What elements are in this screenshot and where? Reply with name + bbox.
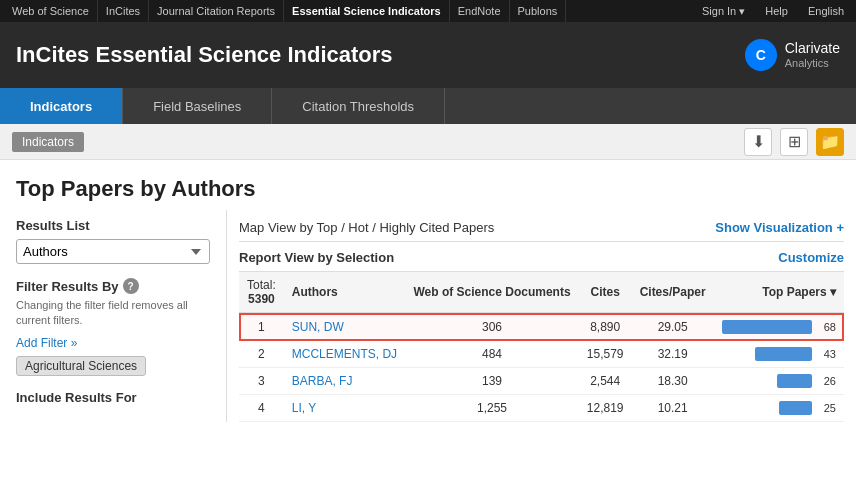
cell-cites-paper: 10.21 (632, 395, 714, 422)
cell-cites: 12,819 (579, 395, 632, 422)
table-row: 3BARBA, FJ1392,54418.3026 (239, 368, 844, 395)
nav-help[interactable]: Help (757, 5, 796, 17)
th-cites: Cites (579, 272, 632, 314)
tab-indicators[interactable]: Indicators (0, 88, 123, 124)
filter-results-label: Filter Results By (16, 279, 119, 294)
table-header-row: Total: 5390 Authors Web of Science Docum… (239, 272, 844, 314)
top-navigation: Web of Science InCites Journal Citation … (0, 0, 856, 22)
clarivate-logo: C Clarivate Analytics (745, 39, 840, 71)
results-list-label: Results List (16, 218, 210, 233)
nav-journal-citation-reports[interactable]: Journal Citation Reports (149, 0, 284, 22)
filter-help-icon[interactable]: ? (123, 278, 139, 294)
cell-author[interactable]: MCCLEMENTS, DJ (284, 341, 406, 368)
nav-endnote[interactable]: EndNote (450, 0, 510, 22)
table-row: 2MCCLEMENTS, DJ48415,57932.1943 (239, 341, 844, 368)
author-link[interactable]: MCCLEMENTS, DJ (292, 347, 397, 361)
cell-wos-docs: 1,255 (405, 395, 578, 422)
download-button[interactable]: ⬇ (744, 128, 772, 156)
nav-essential-science-indicators[interactable]: Essential Science Indicators (284, 0, 450, 22)
add-filter-link[interactable]: Add Filter » (16, 336, 77, 350)
cell-wos-docs: 306 (405, 313, 578, 341)
cell-top-papers: 25 (714, 395, 844, 422)
cell-cites-paper: 29.05 (632, 313, 714, 341)
cell-rank: 4 (239, 395, 284, 422)
filter-tag[interactable]: Agricultural Sciences (16, 356, 146, 376)
cell-top-papers: 26 (714, 368, 844, 395)
page-title: Top Papers by Authors (16, 176, 840, 202)
grid-button[interactable]: ⊞ (780, 128, 808, 156)
cell-author[interactable]: LI, Y (284, 395, 406, 422)
include-results-title: Include Results For (16, 390, 210, 405)
nav-incites[interactable]: InCites (98, 0, 149, 22)
cell-author[interactable]: BARBA, FJ (284, 368, 406, 395)
app-title: InCites Essential Science Indicators (16, 42, 393, 68)
author-link[interactable]: BARBA, FJ (292, 374, 353, 388)
nav-web-of-science[interactable]: Web of Science (4, 0, 98, 22)
cell-rank: 1 (239, 313, 284, 341)
folder-button[interactable]: 📁 (816, 128, 844, 156)
table-row: 4LI, Y1,25512,81910.2125 (239, 395, 844, 422)
map-view-bar: Map View by Top / Hot / Highly Cited Pap… (239, 210, 844, 242)
author-link[interactable]: SUN, DW (292, 320, 344, 334)
nav-sign-in[interactable]: Sign In ▾ (694, 5, 753, 18)
cell-cites: 15,579 (579, 341, 632, 368)
th-authors: Authors (284, 272, 406, 314)
report-view-bar: Report View by Selection Customize (239, 242, 844, 271)
cell-cites: 2,544 (579, 368, 632, 395)
right-panel: Map View by Top / Hot / Highly Cited Pap… (226, 210, 856, 422)
report-view-text: Report View by Selection (239, 250, 394, 265)
total-value: 5390 (248, 292, 275, 306)
table-row: 1SUN, DW3068,89029.0568 (239, 313, 844, 341)
th-wos-docs: Web of Science Documents (405, 272, 578, 314)
cell-wos-docs: 484 (405, 341, 578, 368)
toolbar: ⬇ ⊞ 📁 (744, 128, 844, 156)
cell-wos-docs: 139 (405, 368, 578, 395)
tab-bar: Indicators Field Baselines Citation Thre… (0, 88, 856, 124)
map-view-text: Map View by Top / Hot / Highly Cited Pap… (239, 220, 494, 235)
nav-publons[interactable]: Publons (510, 0, 567, 22)
nav-language[interactable]: English (800, 5, 852, 17)
cell-top-papers: 43 (714, 341, 844, 368)
th-top-papers[interactable]: Top Papers ▾ (714, 272, 844, 314)
author-link[interactable]: LI, Y (292, 401, 316, 415)
th-cites-paper: Cites/Paper (632, 272, 714, 314)
clarivate-logo-icon: C (745, 39, 777, 71)
tab-field-baselines[interactable]: Field Baselines (123, 88, 272, 124)
page-title-section: Top Papers by Authors (0, 160, 856, 210)
cell-rank: 2 (239, 341, 284, 368)
filter-subtitle: Changing the filter field removes all cu… (16, 298, 210, 329)
data-table-container: Total: 5390 Authors Web of Science Docum… (239, 271, 844, 422)
cell-cites-paper: 32.19 (632, 341, 714, 368)
cell-top-papers: 68 (714, 313, 844, 341)
sidebar: Results List Authors Filter Results By ?… (16, 210, 226, 422)
cell-rank: 3 (239, 368, 284, 395)
app-header: InCites Essential Science Indicators C C… (0, 22, 856, 88)
data-table: Total: 5390 Authors Web of Science Docum… (239, 271, 844, 422)
clarivate-logo-text: Clarivate Analytics (785, 40, 840, 70)
th-total: Total: 5390 (239, 272, 284, 314)
breadcrumb-bar: Indicators ⬇ ⊞ 📁 (0, 124, 856, 160)
main-content: Results List Authors Filter Results By ?… (0, 210, 856, 422)
customize-link[interactable]: Customize (778, 250, 844, 265)
cell-cites-paper: 18.30 (632, 368, 714, 395)
results-list-select[interactable]: Authors (16, 239, 210, 264)
cell-cites: 8,890 (579, 313, 632, 341)
breadcrumb: Indicators (12, 132, 84, 152)
total-label: Total: (247, 278, 276, 292)
cell-author[interactable]: SUN, DW (284, 313, 406, 341)
tab-citation-thresholds[interactable]: Citation Thresholds (272, 88, 445, 124)
show-visualization-button[interactable]: Show Visualization + (715, 220, 844, 235)
